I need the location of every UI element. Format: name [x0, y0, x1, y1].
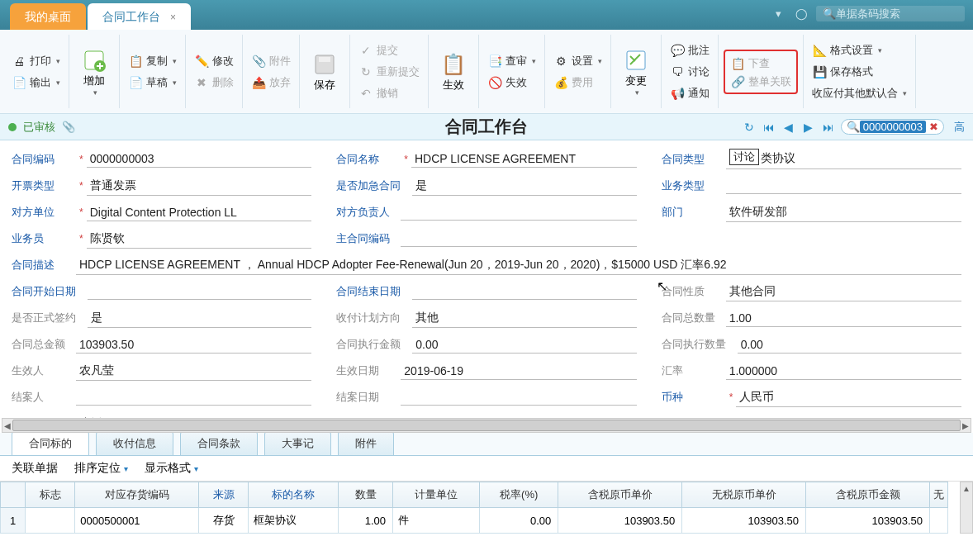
revoke-button[interactable]: ↶撤销 — [355, 84, 423, 102]
pay-dir-value[interactable]: 其他 — [412, 309, 636, 328]
col-pnotax[interactable]: 无税原币单价 — [682, 482, 806, 508]
advanced-link[interactable]: 高 — [954, 120, 965, 135]
export-button[interactable]: 📄输出▾ — [8, 74, 64, 92]
effector-value[interactable]: 农凡莹 — [76, 362, 311, 381]
delete-button[interactable]: ✖删除 — [191, 74, 237, 92]
resubmit-button[interactable]: ↻重新提交 — [355, 63, 423, 81]
biz-type-value[interactable] — [726, 178, 961, 194]
salesman-value[interactable]: 陈贤钦 — [87, 230, 312, 249]
end-date-value[interactable] — [412, 283, 636, 300]
cell-name[interactable]: 框架协议 — [249, 508, 339, 534]
cell-qty[interactable]: 1.00 — [339, 508, 393, 534]
total-amt-value[interactable]: 103903.50 — [76, 336, 311, 354]
down-check-button[interactable]: 📋下查 — [727, 55, 795, 73]
invoice-type-value[interactable]: 普通发票 — [87, 177, 312, 196]
grid-row[interactable]: 1 0000500001 存货 框架协议 1.00 件 0.00 103903.… — [1, 508, 948, 534]
subtab-payment[interactable]: 收付信息 — [96, 431, 173, 455]
cell-unit[interactable]: 件 — [393, 508, 480, 534]
subtab-terms[interactable]: 合同条款 — [180, 431, 258, 455]
submit-button[interactable]: ✓提交 — [355, 41, 423, 59]
print-button[interactable]: 🖨打印▾ — [8, 52, 64, 70]
invalid-button[interactable]: 🚫失效 — [484, 74, 539, 92]
nav-search[interactable]: 🔍 0000000003 ✖ — [841, 119, 944, 135]
copy-button[interactable]: 📋复制▾ — [125, 52, 180, 70]
last-icon[interactable]: ⏭ — [821, 120, 836, 135]
horizontal-scrollbar[interactable]: ◀ ▶ — [2, 418, 971, 433]
cell-more[interactable] — [930, 508, 948, 534]
setting-button[interactable]: ⚙设置▾ — [550, 52, 605, 70]
col-ptax[interactable]: 含税原币单价 — [558, 482, 682, 508]
attachment-button[interactable]: 📎附件 — [248, 52, 294, 70]
first-icon[interactable]: ⏮ — [762, 120, 776, 135]
exec-qty-value[interactable]: 0.00 — [738, 336, 961, 354]
refresh-icon[interactable]: ↻ — [742, 120, 757, 135]
cell-pnotax[interactable]: 103903.50 — [682, 508, 806, 534]
display-format-button[interactable]: 显示格式▾ — [145, 461, 198, 476]
next-icon[interactable]: ▶ — [801, 120, 816, 135]
subtab-target[interactable]: 合同标的 — [12, 431, 89, 455]
main-code-value[interactable] — [401, 230, 636, 247]
save-button[interactable]: 保存 — [305, 48, 344, 96]
scroll-up-icon[interactable]: ▲ — [961, 482, 972, 494]
nature-value[interactable]: 其他合同 — [726, 282, 961, 301]
annotate-button[interactable]: 💬批注 — [667, 41, 713, 59]
dropdown-icon[interactable]: ▾ — [770, 5, 786, 21]
col-code[interactable]: 对应存货编码 — [75, 482, 199, 508]
col-unit[interactable]: 计量单位 — [393, 482, 480, 508]
change-button[interactable]: 变更▾ — [616, 44, 656, 100]
other-party-value[interactable]: Digital Content Protection LL — [87, 204, 312, 221]
col-src[interactable]: 来源 — [199, 482, 249, 508]
related-docs-button[interactable]: 关联单据 — [12, 461, 58, 476]
dept-value[interactable]: 软件研发部 — [726, 203, 961, 222]
fee-button[interactable]: 💰费用 — [550, 74, 605, 92]
format-setting-button[interactable]: 📐格式设置▾ — [809, 41, 910, 59]
total-qty-value[interactable]: 1.00 — [726, 310, 961, 327]
cell-ptax[interactable]: 103903.50 — [558, 508, 682, 534]
whole-relation-button[interactable]: 🔗整单关联 — [727, 73, 795, 91]
subtab-attachment[interactable]: 附件 — [338, 431, 394, 455]
effect-button[interactable]: 📋 生效 — [434, 48, 473, 96]
scroll-thumb[interactable] — [12, 420, 961, 431]
currency-value[interactable]: 人民币 — [736, 388, 961, 407]
col-name[interactable]: 标的名称 — [249, 482, 339, 508]
closer-value[interactable] — [76, 389, 311, 406]
prev-icon[interactable]: ◀ — [781, 120, 796, 135]
subtab-events[interactable]: 大事记 — [264, 431, 331, 455]
scroll-left-icon[interactable]: ◀ — [2, 419, 12, 432]
save-format-button[interactable]: 💾保存格式 — [809, 63, 910, 81]
close-icon[interactable]: × — [170, 12, 176, 23]
contract-type-value[interactable]: 讨论类协议 — [726, 149, 961, 169]
col-amttax[interactable]: 含税原币金额 — [806, 482, 930, 508]
col-qty[interactable]: 数量 — [339, 482, 393, 508]
cell-code[interactable]: 0000500001 — [75, 508, 199, 534]
modify-button[interactable]: ✏️修改 — [191, 52, 237, 70]
nav-search-value[interactable]: 0000000003 — [860, 121, 926, 133]
cell-amttax[interactable]: 103903.50 — [806, 508, 930, 534]
tab-desktop[interactable]: 我的桌面 — [10, 3, 86, 30]
add-button[interactable]: 增加▾ — [74, 44, 114, 100]
exec-amt-value[interactable]: 0.00 — [412, 336, 636, 354]
col-flag[interactable]: 标志 — [26, 482, 75, 508]
other-mgr-value[interactable] — [401, 204, 636, 221]
tab-workbench[interactable]: 合同工作台 × — [88, 3, 191, 30]
other-default-button[interactable]: 收应付其他默认合▾ — [809, 84, 910, 102]
barcode-search[interactable]: 🔍 — [816, 6, 965, 21]
contract-name-value[interactable]: HDCP LICENSE AGREEMENT — [411, 150, 637, 168]
scroll-right-icon[interactable]: ▶ — [961, 419, 971, 432]
formal-value[interactable]: 是 — [88, 309, 311, 328]
barcode-search-input[interactable] — [836, 7, 952, 20]
col-more[interactable]: 无 — [930, 482, 948, 508]
abandon-button[interactable]: 📤放弃 — [248, 74, 294, 92]
urgent-value[interactable]: 是 — [412, 177, 636, 196]
cell-flag[interactable] — [26, 508, 75, 534]
help-icon[interactable]: ◯ — [793, 5, 809, 21]
clear-icon[interactable]: ✖ — [929, 121, 938, 133]
notify-button[interactable]: 📢通知 — [667, 84, 713, 102]
vertical-scrollbar[interactable]: ▲ — [960, 482, 973, 534]
discuss-button[interactable]: 🗨讨论 — [667, 63, 713, 81]
paperclip-icon[interactable]: 📎 — [62, 121, 75, 133]
contract-code-value[interactable]: 0000000003 — [87, 150, 312, 168]
draft-button[interactable]: 📄草稿▾ — [125, 74, 180, 92]
col-tax[interactable]: 税率(%) — [480, 482, 558, 508]
sort-button[interactable]: 排序定位▾ — [74, 461, 128, 476]
